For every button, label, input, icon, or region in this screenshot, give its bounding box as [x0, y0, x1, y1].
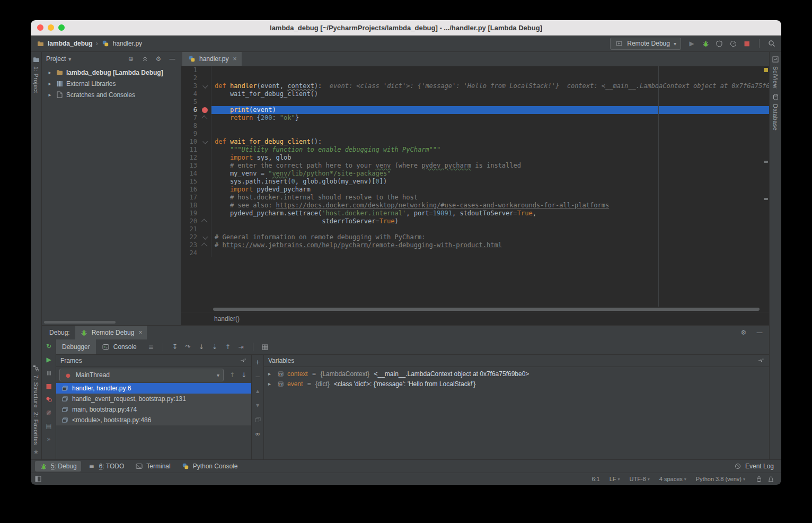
step-over-button[interactable]: ↷	[184, 343, 192, 351]
hector-icon[interactable]	[766, 475, 775, 483]
layout-menu-button[interactable]: ≡	[147, 343, 155, 351]
settings-button[interactable]: ⚙	[739, 328, 748, 337]
more-button[interactable]: »	[45, 435, 53, 443]
thread-icon[interactable]: ●	[64, 371, 72, 379]
collapse-all-button[interactable]	[140, 55, 149, 63]
fold-marker-icon[interactable]	[201, 219, 207, 225]
lock-icon[interactable]	[755, 475, 763, 483]
debug-icon[interactable]	[80, 328, 89, 337]
chevron-right-icon[interactable]: ▸	[47, 81, 52, 86]
chevron-right-icon[interactable]: ▸	[47, 69, 52, 75]
stop-button[interactable]: ■	[743, 39, 751, 48]
status-widget[interactable]: Python 3.8 (venv)▾	[696, 476, 745, 482]
code-line-16[interactable]: 16 import pydevd_pycharm	[181, 186, 769, 194]
step-out-button[interactable]: ↑	[224, 343, 232, 351]
code-line-21[interactable]: 21	[181, 225, 769, 233]
close-icon[interactable]: ×	[232, 55, 236, 63]
pause-button[interactable]	[45, 369, 53, 377]
star-icon[interactable]: ★	[32, 448, 40, 456]
code-line-18[interactable]: 18 # see also: https://docs.docker.com/d…	[181, 202, 769, 210]
run-config-selector[interactable]: Remote Debug ▾	[610, 38, 681, 50]
hide-button[interactable]: —	[755, 328, 764, 337]
force-step-into-button[interactable]: ⇣	[210, 343, 219, 351]
hide-button[interactable]: —	[168, 55, 176, 63]
watch-return-values-button[interactable]: ∞	[253, 430, 262, 438]
code-line-14[interactable]: 14 my_venv = "venv/lib/python*/site-pack…	[181, 170, 769, 178]
code-line-15[interactable]: 15 sys.path.insert(0, glob.glob(my_venv)…	[181, 178, 769, 186]
fold-marker-icon[interactable]	[201, 243, 207, 249]
code-line-13[interactable]: 13 # enter the correct path here to your…	[181, 162, 769, 170]
stripe-mark[interactable]	[764, 161, 768, 163]
code-line-11[interactable]: 11 """Utility function to enable debuggi…	[181, 146, 769, 154]
remove-watch-button[interactable]: −	[253, 372, 262, 381]
structure-icon[interactable]	[32, 364, 40, 372]
code-line-3[interactable]: 3def handler(event, context): event: <cl…	[181, 82, 769, 90]
debug-session-tab[interactable]: Remote Debug ×	[75, 326, 147, 339]
code-line-19[interactable]: 19 pydevd_pycharm.settrace('host.docker.…	[181, 210, 769, 217]
code-line-12[interactable]: 12 import sys, glob	[181, 154, 769, 162]
python-file-icon[interactable]	[101, 39, 110, 48]
step-into-button[interactable]: ↓	[197, 343, 206, 351]
toolwindow-stripe-project[interactable]: 1: Project	[32, 55, 40, 93]
editor-tab-handler-py[interactable]: handler.py ×	[182, 52, 242, 66]
tab-console[interactable]: Console	[96, 339, 143, 354]
run-to-cursor-button[interactable]: ⇥	[237, 343, 245, 351]
toolwindow-button-6-todo[interactable]: ≡6: TODO	[83, 461, 129, 472]
code-line-6[interactable]: 6 print(event)	[181, 106, 769, 114]
add-watch-button[interactable]: +	[253, 358, 262, 367]
code-line-23[interactable]: 23# https://www.jetbrains.com/help/pycha…	[181, 241, 769, 249]
mute-breakpoints-button[interactable]	[45, 408, 53, 417]
zoom-window-button[interactable]	[58, 24, 65, 31]
stripe-mark[interactable]	[764, 198, 768, 200]
move-down-button[interactable]: ▼	[253, 401, 262, 409]
breadcrumb-file[interactable]: handler.py	[113, 40, 142, 47]
code-line-4[interactable]: 4 wait_for_debug_client()	[181, 90, 769, 98]
debug-button[interactable]	[701, 39, 710, 48]
frame-row[interactable]: handle_event_request, bootstrap.py:131	[56, 394, 251, 404]
code-line-2[interactable]: 2	[181, 74, 769, 82]
titlebar[interactable]: lambda_debug [~/PycharmProjects/lambda_d…	[31, 20, 781, 36]
locate-button[interactable]: ⊕	[127, 55, 135, 63]
up-stack-button[interactable]: ↑	[228, 371, 236, 379]
breakpoint-icon[interactable]	[202, 107, 208, 113]
show-execution-point-button[interactable]: ↧	[171, 343, 179, 351]
down-stack-button[interactable]: ↓	[240, 371, 248, 379]
view-breakpoints-button[interactable]	[45, 395, 53, 404]
code-line-20[interactable]: 20 stderrToServer=True)	[181, 217, 769, 225]
tree-item[interactable]: ▸Scratches and Consoles	[42, 89, 181, 100]
status-widget[interactable]: 6:1	[592, 476, 599, 482]
toolwindow-stripe-database[interactable]: Database	[771, 93, 780, 130]
chevron-right-icon[interactable]: ▸	[268, 381, 273, 387]
breadcrumb-project[interactable]: lambda_debug	[48, 40, 93, 47]
toolwindow-button-python-console[interactable]: Python Console	[177, 461, 242, 472]
copy-value-button[interactable]	[253, 415, 262, 424]
project-panel-title[interactable]: Project	[46, 55, 66, 63]
code-line-8[interactable]: 8	[181, 122, 769, 130]
toolwindow-toggle-icon[interactable]	[34, 475, 42, 483]
code-line-10[interactable]: 10def wait_for_debug_client():	[181, 138, 769, 146]
close-window-button[interactable]	[37, 24, 43, 31]
minimize-window-button[interactable]	[48, 24, 54, 31]
code-line-5[interactable]: 5	[181, 98, 769, 106]
tab-debugger[interactable]: Debugger	[56, 339, 96, 354]
code-line-17[interactable]: 17 # host.docker.internal should resolve…	[181, 194, 769, 202]
pin-icon[interactable]	[239, 356, 247, 365]
search-button[interactable]	[767, 39, 776, 48]
code-line-1[interactable]: 1	[181, 66, 769, 74]
chevron-right-icon[interactable]: ▸	[47, 92, 52, 98]
code-editor[interactable]: 123def handler(event, context): event: <…	[181, 66, 769, 307]
warning-stripe-mark[interactable]	[764, 68, 768, 72]
view-as-table-button[interactable]	[261, 343, 269, 351]
variable-row[interactable]: ▸context = {LambdaContext} <__main__.Lam…	[264, 369, 769, 379]
fold-marker-icon[interactable]	[202, 83, 208, 89]
folder-icon[interactable]	[36, 39, 45, 48]
fold-marker-icon[interactable]	[202, 139, 208, 144]
error-stripe[interactable]	[763, 66, 769, 307]
python-file-icon[interactable]	[188, 55, 196, 63]
code-line-22[interactable]: 22# General information on remote debugg…	[181, 233, 769, 241]
rerun-button[interactable]: ↻	[45, 342, 53, 351]
fold-marker-icon[interactable]	[201, 116, 207, 121]
toolwindow-stripe-sciview[interactable]: SciView	[771, 55, 780, 89]
toolwindow-button-5-debug[interactable]: 5: Debug	[35, 461, 81, 472]
project-hscrollbar[interactable]	[44, 321, 116, 324]
